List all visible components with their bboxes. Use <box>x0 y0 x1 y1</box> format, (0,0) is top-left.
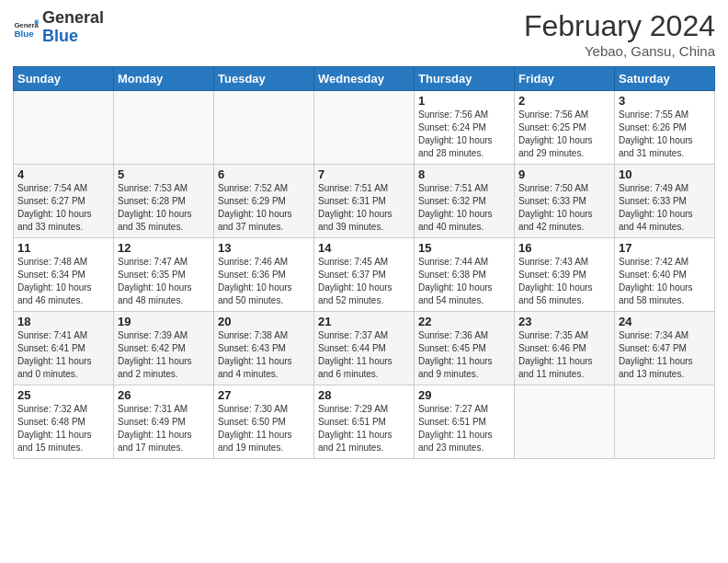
weekday-header-saturday: Saturday <box>615 67 715 91</box>
day-number: 24 <box>619 315 711 328</box>
calendar-week-row: 4Sunrise: 7:54 AMSunset: 6:27 PMDaylight… <box>14 165 715 238</box>
day-info: Sunrise: 7:39 AMSunset: 6:42 PMDaylight:… <box>118 330 192 379</box>
day-info: Sunrise: 7:37 AMSunset: 6:44 PMDaylight:… <box>318 330 392 379</box>
day-info: Sunrise: 7:54 AMSunset: 6:27 PMDaylight:… <box>17 183 92 232</box>
day-info: Sunrise: 7:45 AMSunset: 6:37 PMDaylight:… <box>318 257 392 305</box>
weekday-header-sunday: Sunday <box>14 67 114 91</box>
weekday-header-friday: Friday <box>515 67 615 91</box>
calendar-header-row: SundayMondayTuesdayWednesdayThursdayFrid… <box>14 67 715 91</box>
calendar-week-row: 1Sunrise: 7:56 AMSunset: 6:24 PMDaylight… <box>14 91 715 165</box>
day-number: 8 <box>418 167 510 181</box>
calendar-cell: 23Sunrise: 7:35 AMSunset: 6:46 PMDayligh… <box>515 312 615 385</box>
calendar-cell: 10Sunrise: 7:49 AMSunset: 6:33 PMDayligh… <box>615 165 715 238</box>
day-number: 7 <box>318 167 410 181</box>
day-info: Sunrise: 7:50 AMSunset: 6:33 PMDaylight:… <box>518 183 593 232</box>
calendar-cell: 14Sunrise: 7:45 AMSunset: 6:37 PMDayligh… <box>314 238 415 312</box>
calendar-cell: 15Sunrise: 7:44 AMSunset: 6:38 PMDayligh… <box>415 238 515 312</box>
calendar-cell: 13Sunrise: 7:46 AMSunset: 6:36 PMDayligh… <box>214 238 314 312</box>
day-number: 19 <box>118 315 210 328</box>
day-number: 9 <box>518 167 610 181</box>
calendar-cell: 18Sunrise: 7:41 AMSunset: 6:41 PMDayligh… <box>14 312 114 385</box>
day-number: 26 <box>118 388 210 402</box>
calendar-header: General Blue General Blue February 2024 … <box>13 9 715 59</box>
day-info: Sunrise: 7:46 AMSunset: 6:36 PMDaylight:… <box>218 257 292 305</box>
logo: General Blue General Blue <box>13 9 104 46</box>
calendar-cell: 26Sunrise: 7:31 AMSunset: 6:49 PMDayligh… <box>114 385 214 459</box>
day-info: Sunrise: 7:30 AMSunset: 6:50 PMDaylight:… <box>218 404 292 453</box>
calendar-cell: 5Sunrise: 7:53 AMSunset: 6:28 PMDaylight… <box>114 165 214 238</box>
calendar-cell <box>515 385 615 459</box>
calendar-cell: 16Sunrise: 7:43 AMSunset: 6:39 PMDayligh… <box>515 238 615 312</box>
calendar-cell: 27Sunrise: 7:30 AMSunset: 6:50 PMDayligh… <box>214 385 314 459</box>
calendar-cell: 4Sunrise: 7:54 AMSunset: 6:27 PMDaylight… <box>14 165 114 238</box>
day-number: 16 <box>518 241 610 255</box>
calendar-cell: 8Sunrise: 7:51 AMSunset: 6:32 PMDaylight… <box>415 165 515 238</box>
day-number: 11 <box>17 241 109 255</box>
day-info: Sunrise: 7:32 AMSunset: 6:48 PMDaylight:… <box>17 404 92 453</box>
calendar-cell: 6Sunrise: 7:52 AMSunset: 6:29 PMDaylight… <box>214 165 314 238</box>
calendar-cell: 17Sunrise: 7:42 AMSunset: 6:40 PMDayligh… <box>615 238 715 312</box>
weekday-header-wednesday: Wednesday <box>314 67 415 91</box>
day-info: Sunrise: 7:43 AMSunset: 6:39 PMDaylight:… <box>518 257 593 305</box>
calendar-cell: 7Sunrise: 7:51 AMSunset: 6:31 PMDaylight… <box>314 165 415 238</box>
day-info: Sunrise: 7:53 AMSunset: 6:28 PMDaylight:… <box>118 183 192 232</box>
day-number: 29 <box>418 388 510 402</box>
calendar-cell: 2Sunrise: 7:56 AMSunset: 6:25 PMDaylight… <box>515 91 615 165</box>
day-number: 1 <box>418 94 510 108</box>
day-number: 20 <box>218 315 310 328</box>
logo-blue-text: Blue <box>42 28 104 46</box>
calendar-cell: 11Sunrise: 7:48 AMSunset: 6:34 PMDayligh… <box>14 238 114 312</box>
calendar-week-row: 11Sunrise: 7:48 AMSunset: 6:34 PMDayligh… <box>14 238 715 312</box>
day-info: Sunrise: 7:49 AMSunset: 6:33 PMDaylight:… <box>619 183 693 232</box>
day-number: 18 <box>17 315 109 328</box>
day-info: Sunrise: 7:48 AMSunset: 6:34 PMDaylight:… <box>17 257 92 305</box>
day-number: 4 <box>17 167 109 181</box>
day-number: 22 <box>418 315 510 328</box>
day-number: 15 <box>418 241 510 255</box>
day-number: 23 <box>518 315 610 328</box>
calendar-cell <box>615 385 715 459</box>
calendar-cell: 24Sunrise: 7:34 AMSunset: 6:47 PMDayligh… <box>615 312 715 385</box>
calendar-cell: 19Sunrise: 7:39 AMSunset: 6:42 PMDayligh… <box>114 312 214 385</box>
month-title: February 2024 <box>524 9 715 43</box>
logo-general-text: General <box>42 9 104 28</box>
day-number: 25 <box>17 388 109 402</box>
calendar-cell <box>314 91 415 165</box>
day-info: Sunrise: 7:56 AMSunset: 6:24 PMDaylight:… <box>418 109 493 158</box>
day-number: 3 <box>619 94 711 108</box>
logo-icon: General Blue <box>13 15 39 40</box>
day-number: 21 <box>318 315 410 328</box>
day-number: 28 <box>318 388 410 402</box>
calendar-cell: 28Sunrise: 7:29 AMSunset: 6:51 PMDayligh… <box>314 385 415 459</box>
day-number: 5 <box>118 167 210 181</box>
day-info: Sunrise: 7:29 AMSunset: 6:51 PMDaylight:… <box>318 404 392 453</box>
day-info: Sunrise: 7:31 AMSunset: 6:49 PMDaylight:… <box>118 404 192 453</box>
weekday-header-monday: Monday <box>114 67 214 91</box>
calendar-cell: 20Sunrise: 7:38 AMSunset: 6:43 PMDayligh… <box>214 312 314 385</box>
day-number: 10 <box>619 167 711 181</box>
weekday-header-thursday: Thursday <box>415 67 515 91</box>
calendar-cell: 1Sunrise: 7:56 AMSunset: 6:24 PMDaylight… <box>415 91 515 165</box>
calendar-cell: 22Sunrise: 7:36 AMSunset: 6:45 PMDayligh… <box>415 312 515 385</box>
day-info: Sunrise: 7:41 AMSunset: 6:41 PMDaylight:… <box>17 330 92 379</box>
calendar-cell <box>14 91 114 165</box>
calendar-week-row: 25Sunrise: 7:32 AMSunset: 6:48 PMDayligh… <box>14 385 715 459</box>
day-info: Sunrise: 7:47 AMSunset: 6:35 PMDaylight:… <box>118 257 192 305</box>
day-info: Sunrise: 7:42 AMSunset: 6:40 PMDaylight:… <box>619 257 693 305</box>
title-block: February 2024 Yebao, Gansu, China <box>524 9 715 59</box>
weekday-header-tuesday: Tuesday <box>214 67 314 91</box>
day-info: Sunrise: 7:27 AMSunset: 6:51 PMDaylight:… <box>418 404 493 453</box>
day-info: Sunrise: 7:35 AMSunset: 6:46 PMDaylight:… <box>518 330 593 379</box>
day-info: Sunrise: 7:44 AMSunset: 6:38 PMDaylight:… <box>418 257 493 305</box>
day-number: 12 <box>118 241 210 255</box>
day-number: 2 <box>518 94 610 108</box>
calendar-cell: 25Sunrise: 7:32 AMSunset: 6:48 PMDayligh… <box>14 385 114 459</box>
day-info: Sunrise: 7:52 AMSunset: 6:29 PMDaylight:… <box>218 183 292 232</box>
day-number: 27 <box>218 388 310 402</box>
day-info: Sunrise: 7:38 AMSunset: 6:43 PMDaylight:… <box>218 330 292 379</box>
calendar-cell <box>214 91 314 165</box>
day-info: Sunrise: 7:51 AMSunset: 6:31 PMDaylight:… <box>318 183 392 232</box>
location-text: Yebao, Gansu, China <box>524 43 715 59</box>
day-info: Sunrise: 7:56 AMSunset: 6:25 PMDaylight:… <box>518 109 593 158</box>
day-info: Sunrise: 7:55 AMSunset: 6:26 PMDaylight:… <box>619 109 693 158</box>
